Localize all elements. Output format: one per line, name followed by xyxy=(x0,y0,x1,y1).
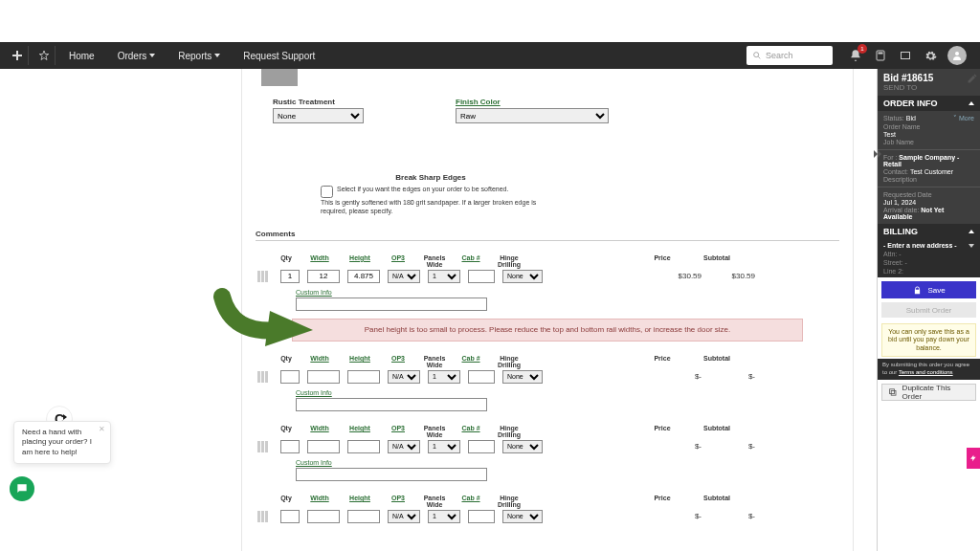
hinge-select[interactable]: None xyxy=(502,370,543,384)
section-billing[interactable]: BILLING xyxy=(878,224,980,239)
nav-orders[interactable]: Orders xyxy=(108,51,166,61)
custom-info-input[interactable] xyxy=(296,298,487,311)
drag-handle-icon[interactable] xyxy=(257,441,273,452)
price-value: $30.59 xyxy=(654,272,702,280)
width-input[interactable] xyxy=(307,270,340,283)
height-input[interactable] xyxy=(347,510,380,523)
duplicate-button[interactable]: Duplicate This Order xyxy=(881,384,976,401)
hdr-width[interactable]: Width xyxy=(303,425,336,438)
cab-input[interactable] xyxy=(468,270,495,283)
panels-select[interactable]: 1 xyxy=(428,440,460,453)
hdr-width[interactable]: Width xyxy=(303,495,336,508)
width-input[interactable] xyxy=(307,510,340,523)
hdr-height[interactable]: Height xyxy=(344,355,376,368)
hinge-select[interactable]: None xyxy=(502,440,543,453)
nav-home[interactable]: Home xyxy=(59,51,104,61)
line-item-1: Qty Width Height OP3 Panels Wide Cab # H… xyxy=(254,254,841,342)
calc-icon[interactable] xyxy=(873,48,888,63)
panels-select[interactable]: 1 xyxy=(428,270,460,283)
hdr-cab[interactable]: Cab # xyxy=(457,355,485,368)
hdr-width[interactable]: Width xyxy=(303,254,336,268)
op3-select[interactable]: N/A xyxy=(388,510,420,523)
hdr-op3[interactable]: OP3 xyxy=(384,355,412,368)
qty-input[interactable] xyxy=(280,370,300,384)
chat-button[interactable] xyxy=(10,476,34,501)
op3-select[interactable]: N/A xyxy=(388,440,420,453)
custom-info-input[interactable] xyxy=(296,398,487,411)
hdr-height[interactable]: Height xyxy=(344,495,376,508)
new-icon[interactable] xyxy=(6,46,29,65)
hdr-panels: Panels Wide xyxy=(420,355,449,368)
height-input[interactable] xyxy=(347,270,380,283)
hdr-height[interactable]: Height xyxy=(344,254,376,268)
hdr-cab[interactable]: Cab # xyxy=(457,425,485,438)
finish-select[interactable]: Raw xyxy=(456,108,609,123)
contact-key: Contact: xyxy=(883,168,908,175)
product-thumbnail xyxy=(261,69,298,86)
drag-handle-icon[interactable] xyxy=(257,511,273,522)
submit-button[interactable]: Submit Order xyxy=(881,302,976,318)
qty-input[interactable] xyxy=(280,440,300,453)
search-input[interactable]: Search xyxy=(746,46,833,65)
window-icon[interactable] xyxy=(898,48,913,63)
qty-input[interactable] xyxy=(280,510,300,523)
section-order-info[interactable]: ORDER INFO xyxy=(878,96,980,111)
qty-input[interactable] xyxy=(280,270,300,283)
cab-input[interactable] xyxy=(468,440,495,453)
op3-select[interactable]: N/A xyxy=(388,270,420,283)
hdr-cab[interactable]: Cab # xyxy=(457,495,485,508)
nav-reports-label: Reports xyxy=(178,51,212,61)
nav-support[interactable]: Request Support xyxy=(234,51,324,61)
svg-point-0 xyxy=(754,53,759,57)
hdr-cab[interactable]: Cab # xyxy=(457,254,485,268)
gear-icon[interactable] xyxy=(923,48,938,63)
width-input[interactable] xyxy=(307,440,340,453)
drag-handle-icon[interactable] xyxy=(257,271,273,282)
rustic-select[interactable]: None xyxy=(273,108,364,123)
more-link[interactable]: ˅ More xyxy=(953,115,974,122)
hdr-op3[interactable]: OP3 xyxy=(384,495,412,508)
cab-input[interactable] xyxy=(468,510,495,523)
custom-info-link[interactable]: Custom Info xyxy=(296,289,841,296)
nav-reports[interactable]: Reports xyxy=(168,51,230,61)
hdr-height[interactable]: Height xyxy=(344,425,376,438)
cab-input[interactable] xyxy=(468,370,495,384)
close-icon[interactable]: ✕ xyxy=(99,425,105,434)
pencil-icon[interactable] xyxy=(967,73,978,84)
hinge-select[interactable]: None xyxy=(502,270,543,283)
save-button[interactable]: Save xyxy=(881,281,976,298)
star-icon[interactable] xyxy=(33,46,56,65)
hdr-width[interactable]: Width xyxy=(303,355,336,368)
bolt-icon[interactable] xyxy=(967,448,980,469)
width-input[interactable] xyxy=(307,370,340,384)
height-input[interactable] xyxy=(347,370,380,384)
hdr-subtotal: Subtotal xyxy=(694,495,740,508)
break-edges-checkbox[interactable] xyxy=(321,186,333,198)
svg-rect-3 xyxy=(902,53,910,59)
fast-forward-icon[interactable] xyxy=(869,145,886,163)
finish-label[interactable]: Finish Color xyxy=(456,98,609,106)
drag-handle-icon[interactable] xyxy=(257,371,273,383)
hinge-select[interactable]: None xyxy=(502,510,543,523)
chat-tooltip: ✕ Need a hand with placing your order? I… xyxy=(13,421,111,464)
jobname-key: Job Name xyxy=(883,139,974,145)
op3-select[interactable]: N/A xyxy=(388,370,420,384)
custom-info-input[interactable] xyxy=(296,468,487,481)
custom-info-link[interactable]: Custom Info xyxy=(296,459,841,466)
avatar[interactable] xyxy=(947,46,967,65)
panels-select[interactable]: 1 xyxy=(428,370,460,384)
custom-info-link[interactable]: Custom Info xyxy=(296,389,841,396)
hdr-hinge: Hinge Drilling xyxy=(493,355,525,368)
status-key: Status: xyxy=(883,115,904,121)
hdr-op3[interactable]: OP3 xyxy=(384,425,412,438)
chevron-down-icon[interactable] xyxy=(969,244,974,248)
hdr-op3[interactable]: OP3 xyxy=(384,254,412,268)
height-input[interactable] xyxy=(347,440,380,453)
panels-select[interactable]: 1 xyxy=(428,510,460,523)
bell-icon[interactable]: 1 xyxy=(848,48,863,63)
billing-label: BILLING xyxy=(883,227,918,236)
chevron-up-icon xyxy=(969,101,974,105)
terms-link[interactable]: Terms and conditions xyxy=(899,369,953,375)
hdr-hinge: Hinge Drilling xyxy=(493,425,525,438)
save-label: Save xyxy=(927,286,945,295)
